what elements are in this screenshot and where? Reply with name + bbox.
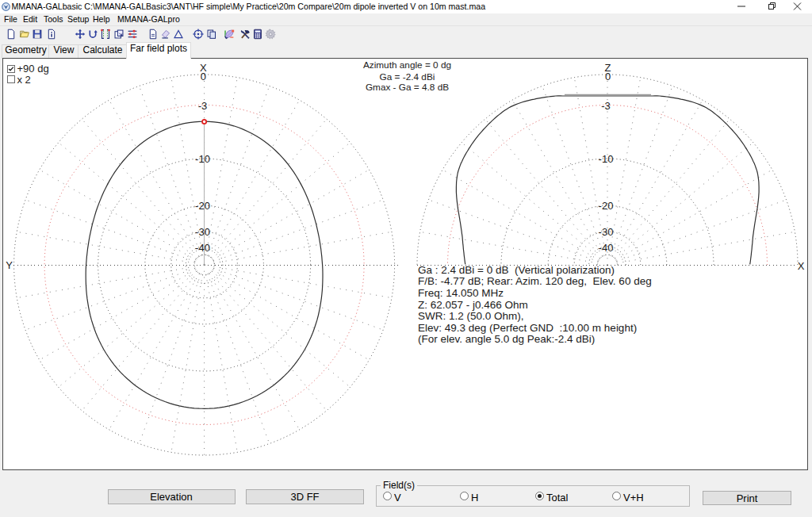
svg-text:Azimuth angle = 0 dg: Azimuth angle = 0 dg <box>363 59 451 71</box>
svg-text:X: X <box>798 260 805 272</box>
svg-text:Elev: 49.3 deg (Perfect GND :: Elev: 49.3 deg (Perfect GND :10.00 m hei… <box>418 322 637 334</box>
svg-text:Ga = -2.4 dBi: Ga = -2.4 dBi <box>380 71 435 82</box>
svg-text:-3: -3 <box>601 100 611 112</box>
svg-text:-10: -10 <box>599 153 614 165</box>
svg-text:(For elev. angle 5.0 dg Peak:-: (For elev. angle 5.0 dg Peak:-2.4 dBi) <box>418 333 595 345</box>
svg-text:-40: -40 <box>599 242 614 254</box>
svg-text:Freq: 14.050 MHz: Freq: 14.050 MHz <box>418 287 504 299</box>
svg-text:F/B: -4.77 dB; Rear: Azim. 120: F/B: -4.77 dB; Rear: Azim. 120 deg, Elev… <box>418 275 652 287</box>
svg-text:Ga : 2.4 dBi = 0 dB (Vertical: Ga : 2.4 dBi = 0 dB (Vertical polarizati… <box>418 264 615 276</box>
svg-text:-3: -3 <box>198 100 208 112</box>
svg-text:-30: -30 <box>599 226 614 238</box>
svg-text:0: 0 <box>605 71 611 82</box>
svg-text:-20: -20 <box>599 200 614 212</box>
svg-text:-30: -30 <box>195 226 210 238</box>
svg-text:Y: Y <box>6 259 13 271</box>
svg-text:0: 0 <box>201 71 206 82</box>
svg-text:SWR: 1.2 (50.0 Ohm),: SWR: 1.2 (50.0 Ohm), <box>418 310 524 322</box>
svg-text:-40: -40 <box>195 242 210 254</box>
svg-text:x 2: x 2 <box>17 74 31 86</box>
svg-text:Z: 62.057 - j0.466 Ohm: Z: 62.057 - j0.466 Ohm <box>418 299 528 311</box>
svg-text:-10: -10 <box>195 153 210 165</box>
svg-text:Gmax - Ga = 4.8 dB: Gmax - Ga = 4.8 dB <box>366 82 449 93</box>
svg-text:-20: -20 <box>195 200 210 212</box>
